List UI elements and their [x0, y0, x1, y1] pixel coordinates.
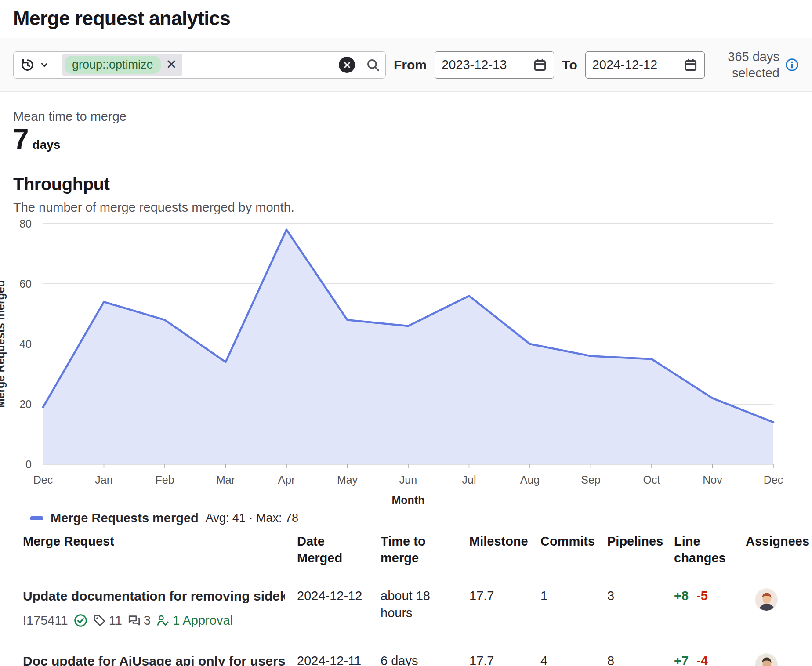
col-header-assignees: Assignees [746, 533, 812, 566]
deletions: -5 [696, 589, 708, 603]
stat-unit: days [33, 138, 61, 152]
milestone-cell: 17.7 [469, 587, 540, 604]
x-tick-label: Jul [462, 474, 476, 486]
date-merged-cell: 2024-12-12 [297, 587, 381, 604]
x-tick-label: Sep [581, 474, 600, 486]
merge-request-table: Merge Request Date Merged Time to merge … [23, 533, 799, 666]
col-header-line-changes: Line changes [674, 533, 746, 566]
throughput-chart-svg: 020406080DecJanFebMarAprMayJunJulAugSepO… [0, 215, 799, 510]
col-header-milestone: Milestone [469, 533, 540, 566]
area-fill [43, 230, 773, 464]
search-input[interactable]: group::optimize ✕ [57, 52, 339, 78]
col-header-date-merged: Date Merged [297, 533, 381, 566]
stat-value: 7 [13, 125, 29, 154]
y-axis-title: Merge Requests merged [0, 280, 7, 408]
y-tick-label: 80 [19, 217, 32, 230]
approval-icon [156, 614, 169, 627]
x-tick-label: Apr [278, 474, 295, 486]
search-submit-button[interactable] [360, 52, 385, 78]
y-tick-label: 40 [19, 338, 32, 350]
calendar-icon [684, 58, 698, 72]
from-date-input[interactable]: 2023-12-13 [435, 51, 554, 79]
x-tick-label: Feb [155, 474, 174, 486]
x-tick-label: May [337, 474, 358, 486]
assignee-avatar[interactable] [755, 653, 778, 666]
page-header: Merge request analytics [0, 0, 812, 38]
calendar-icon [533, 58, 547, 72]
milestone-cell: 17.7 [469, 652, 540, 666]
time-to-merge-cell: 6 days [381, 652, 469, 666]
y-tick-label: 20 [19, 398, 32, 410]
mr-id[interactable]: !175411 [23, 612, 68, 629]
chevron-down-icon [39, 59, 50, 71]
x-tick-label: Aug [520, 474, 540, 486]
to-label: To [562, 58, 577, 72]
token-remove-button[interactable]: ✕ [166, 58, 177, 71]
x-tick-label: Dec [33, 474, 53, 486]
filter-token-label: group::optimize [65, 56, 161, 73]
info-icon[interactable] [785, 58, 799, 72]
from-date-value: 2023-12-13 [442, 58, 507, 72]
approvals: 1 Approval [156, 612, 233, 629]
filter-history-button[interactable] [14, 52, 57, 78]
pipeline-passed-icon[interactable] [74, 614, 87, 627]
x-tick-label: Jun [399, 474, 417, 486]
mr-title-link[interactable]: Doc update for AiUsage api only for user… [23, 652, 285, 666]
throughput-description: The number of merge requests merged by m… [13, 200, 799, 215]
col-header-commits: Commits [540, 533, 607, 566]
line-changes-cell: +8 -5 [674, 587, 746, 604]
throughput-heading: Throughput [13, 174, 799, 194]
comments-icon [128, 614, 141, 627]
table-header-row: Merge Request Date Merged Time to merge … [23, 533, 799, 576]
line-changes-cell: +7 -4 [674, 652, 746, 666]
x-tick-label: Jan [95, 474, 112, 486]
to-date-value: 2024-12-12 [592, 58, 657, 72]
label-icon [93, 614, 106, 627]
comments-count[interactable]: 3 [128, 612, 151, 629]
pipelines-cell: 3 [607, 587, 674, 604]
legend-summary: Avg: 41 · Max: 78 [206, 511, 298, 525]
legend-swatch [30, 516, 44, 520]
mr-title-link[interactable]: Update documentation for removing sideki… [23, 587, 285, 605]
table-row: Update documentation for removing sideki… [23, 576, 799, 641]
time-to-merge-cell: about 18 hours [381, 587, 469, 622]
additions: +7 [674, 654, 689, 666]
commits-cell: 4 [540, 652, 607, 666]
table-row: Doc update for AiUsage api only for user… [23, 641, 799, 666]
assignee-avatar[interactable] [755, 588, 778, 611]
labels-count[interactable]: 11 [93, 612, 122, 629]
col-header-merge-request: Merge Request [23, 533, 297, 566]
clear-icon [343, 61, 352, 69]
filter-token: group::optimize ✕ [62, 54, 182, 76]
chart-legend[interactable]: Merge Requests merged Avg: 41 · Max: 78 [30, 511, 799, 525]
legend-label: Merge Requests merged [51, 511, 199, 525]
commits-cell: 1 [540, 587, 607, 604]
additions: +8 [674, 589, 689, 603]
days-selected: 365 days selected [713, 49, 799, 81]
clear-search-button[interactable] [339, 57, 355, 73]
throughput-section: Throughput The number of merge requests … [0, 154, 812, 215]
mean-time-to-merge-stat: Mean time to merge 7 days [0, 92, 812, 154]
throughput-chart: 020406080DecJanFebMarAprMayJunJulAugSepO… [0, 215, 799, 525]
from-label: From [394, 58, 427, 72]
stat-label: Mean time to merge [13, 109, 799, 124]
x-tick-label: Mar [216, 474, 235, 486]
search-icon [366, 58, 381, 72]
days-selected-text: 365 days selected [713, 49, 779, 81]
to-date-input[interactable]: 2024-12-12 [585, 51, 705, 79]
x-tick-label: Dec [764, 474, 783, 486]
history-icon [20, 58, 35, 72]
x-axis-title: Month [392, 494, 425, 506]
x-tick-label: Oct [643, 474, 660, 486]
approvals-label: 1 Approval [173, 612, 233, 629]
col-header-pipelines: Pipelines [607, 533, 674, 566]
col-header-time-to-merge: Time to merge [381, 533, 469, 566]
filter-bar: group::optimize ✕ From 2023-12-13 [0, 38, 812, 92]
page-title: Merge request analytics [13, 7, 799, 30]
deletions: -4 [696, 654, 708, 666]
x-tick-label: Nov [703, 474, 722, 486]
search-combo: group::optimize ✕ [13, 51, 386, 79]
date-merged-cell: 2024-12-11 [297, 652, 381, 666]
y-tick-label: 60 [19, 278, 32, 290]
pipelines-cell: 8 [607, 652, 674, 666]
